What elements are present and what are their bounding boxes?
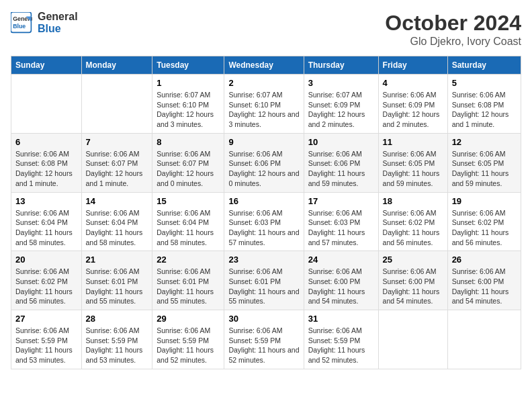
calendar-cell: 13Sunrise: 6:06 AM Sunset: 6:04 PM Dayli… <box>11 192 82 251</box>
day-number: 8 <box>157 137 220 147</box>
day-number: 12 <box>452 137 517 147</box>
header-sunday: Sunday <box>11 56 82 75</box>
calendar-cell: 27Sunrise: 6:06 AM Sunset: 5:59 PM Dayli… <box>11 310 82 369</box>
calendar-cell: 3Sunrise: 6:07 AM Sunset: 6:09 PM Daylig… <box>304 75 378 134</box>
calendar-table: SundayMondayTuesdayWednesdayThursdayFrid… <box>11 56 521 369</box>
week-row-4: 20Sunrise: 6:06 AM Sunset: 6:02 PM Dayli… <box>11 251 521 310</box>
day-info: Sunrise: 6:06 AM Sunset: 6:07 PM Dayligh… <box>86 149 148 189</box>
week-row-2: 6Sunrise: 6:06 AM Sunset: 6:08 PM Daylig… <box>11 133 521 192</box>
calendar-header-row: SundayMondayTuesdayWednesdayThursdayFrid… <box>11 56 521 75</box>
day-info: Sunrise: 6:06 AM Sunset: 6:03 PM Dayligh… <box>308 208 374 248</box>
calendar-cell: 11Sunrise: 6:06 AM Sunset: 6:05 PM Dayli… <box>378 133 447 192</box>
calendar-cell <box>447 310 521 369</box>
calendar-cell: 17Sunrise: 6:06 AM Sunset: 6:03 PM Dayli… <box>304 192 378 251</box>
calendar-cell: 23Sunrise: 6:06 AM Sunset: 6:01 PM Dayli… <box>224 251 304 310</box>
calendar-cell: 8Sunrise: 6:06 AM Sunset: 6:07 PM Daylig… <box>152 133 224 192</box>
day-number: 17 <box>308 196 374 206</box>
day-info: Sunrise: 6:06 AM Sunset: 6:01 PM Dayligh… <box>86 267 148 306</box>
calendar-cell: 16Sunrise: 6:06 AM Sunset: 6:03 PM Dayli… <box>224 192 304 251</box>
calendar-cell: 15Sunrise: 6:06 AM Sunset: 6:04 PM Dayli… <box>152 192 224 251</box>
calendar-cell: 4Sunrise: 6:06 AM Sunset: 6:09 PM Daylig… <box>378 75 447 134</box>
day-number: 13 <box>15 196 77 206</box>
day-info: Sunrise: 6:07 AM Sunset: 6:10 PM Dayligh… <box>157 90 220 130</box>
calendar-cell: 24Sunrise: 6:06 AM Sunset: 6:00 PM Dayli… <box>304 251 378 310</box>
day-info: Sunrise: 6:06 AM Sunset: 6:03 PM Dayligh… <box>228 208 299 248</box>
day-number: 9 <box>228 137 299 147</box>
day-info: Sunrise: 6:06 AM Sunset: 6:05 PM Dayligh… <box>452 149 517 189</box>
calendar-cell: 2Sunrise: 6:07 AM Sunset: 6:10 PM Daylig… <box>224 75 304 134</box>
header-wednesday: Wednesday <box>224 56 304 75</box>
calendar-cell: 9Sunrise: 6:06 AM Sunset: 6:06 PM Daylig… <box>224 133 304 192</box>
calendar-cell: 29Sunrise: 6:06 AM Sunset: 5:59 PM Dayli… <box>152 310 224 369</box>
day-info: Sunrise: 6:06 AM Sunset: 6:00 PM Dayligh… <box>383 267 443 306</box>
day-number: 18 <box>383 196 443 206</box>
calendar-cell: 14Sunrise: 6:06 AM Sunset: 6:04 PM Dayli… <box>81 192 152 251</box>
day-number: 15 <box>157 196 220 206</box>
logo-icon: General Blue <box>11 12 32 34</box>
header-friday: Friday <box>378 56 447 75</box>
day-info: Sunrise: 6:07 AM Sunset: 6:09 PM Dayligh… <box>308 90 374 130</box>
calendar-cell: 6Sunrise: 6:06 AM Sunset: 6:08 PM Daylig… <box>11 133 82 192</box>
day-info: Sunrise: 6:06 AM Sunset: 6:00 PM Dayligh… <box>308 267 374 306</box>
day-number: 23 <box>228 255 299 265</box>
day-number: 25 <box>383 255 443 265</box>
day-info: Sunrise: 6:06 AM Sunset: 5:59 PM Dayligh… <box>157 326 220 365</box>
day-info: Sunrise: 6:06 AM Sunset: 5:59 PM Dayligh… <box>308 326 374 365</box>
calendar-cell <box>378 310 447 369</box>
day-info: Sunrise: 6:07 AM Sunset: 6:10 PM Dayligh… <box>228 90 299 130</box>
day-info: Sunrise: 6:06 AM Sunset: 6:04 PM Dayligh… <box>86 208 148 248</box>
day-number: 4 <box>383 78 443 88</box>
calendar-cell: 1Sunrise: 6:07 AM Sunset: 6:10 PM Daylig… <box>152 75 224 134</box>
day-info: Sunrise: 6:06 AM Sunset: 6:02 PM Dayligh… <box>15 267 77 306</box>
calendar-subtitle: Glo Djekro, Ivory Coast <box>385 36 521 48</box>
header-thursday: Thursday <box>304 56 378 75</box>
day-number: 16 <box>228 196 299 206</box>
day-info: Sunrise: 6:06 AM Sunset: 6:08 PM Dayligh… <box>15 149 77 189</box>
calendar-cell: 10Sunrise: 6:06 AM Sunset: 6:06 PM Dayli… <box>304 133 378 192</box>
day-info: Sunrise: 6:06 AM Sunset: 6:06 PM Dayligh… <box>308 149 374 189</box>
day-number: 27 <box>15 314 77 324</box>
calendar-cell: 28Sunrise: 6:06 AM Sunset: 5:59 PM Dayli… <box>81 310 152 369</box>
calendar-cell: 18Sunrise: 6:06 AM Sunset: 6:02 PM Dayli… <box>378 192 447 251</box>
day-number: 6 <box>15 137 77 147</box>
day-number: 22 <box>157 255 220 265</box>
header-monday: Monday <box>81 56 152 75</box>
calendar-cell: 31Sunrise: 6:06 AM Sunset: 5:59 PM Dayli… <box>304 310 378 369</box>
week-row-5: 27Sunrise: 6:06 AM Sunset: 5:59 PM Dayli… <box>11 310 521 369</box>
day-number: 19 <box>452 196 517 206</box>
header-saturday: Saturday <box>447 56 521 75</box>
day-info: Sunrise: 6:06 AM Sunset: 6:07 PM Dayligh… <box>157 149 220 189</box>
day-number: 21 <box>86 255 148 265</box>
calendar-cell: 30Sunrise: 6:06 AM Sunset: 5:59 PM Dayli… <box>224 310 304 369</box>
logo-text-line2: Blue <box>38 23 78 35</box>
week-row-1: 1Sunrise: 6:07 AM Sunset: 6:10 PM Daylig… <box>11 75 521 134</box>
calendar-cell: 12Sunrise: 6:06 AM Sunset: 6:05 PM Dayli… <box>447 133 521 192</box>
day-info: Sunrise: 6:06 AM Sunset: 6:04 PM Dayligh… <box>15 208 77 248</box>
day-number: 1 <box>157 78 220 88</box>
day-info: Sunrise: 6:06 AM Sunset: 6:09 PM Dayligh… <box>383 90 443 130</box>
day-number: 7 <box>86 137 148 147</box>
day-number: 31 <box>308 314 374 324</box>
day-info: Sunrise: 6:06 AM Sunset: 6:06 PM Dayligh… <box>228 149 299 189</box>
day-number: 26 <box>452 255 517 265</box>
logo: General Blue General Blue <box>11 11 78 34</box>
header-tuesday: Tuesday <box>152 56 224 75</box>
calendar-cell: 19Sunrise: 6:06 AM Sunset: 6:02 PM Dayli… <box>447 192 521 251</box>
day-number: 24 <box>308 255 374 265</box>
calendar-cell <box>81 75 152 134</box>
title-block: October 2024 Glo Djekro, Ivory Coast <box>385 11 521 48</box>
calendar-cell: 5Sunrise: 6:06 AM Sunset: 6:08 PM Daylig… <box>447 75 521 134</box>
calendar-cell <box>11 75 82 134</box>
day-info: Sunrise: 6:06 AM Sunset: 5:59 PM Dayligh… <box>86 326 148 365</box>
day-number: 14 <box>86 196 148 206</box>
calendar-cell: 21Sunrise: 6:06 AM Sunset: 6:01 PM Dayli… <box>81 251 152 310</box>
day-number: 30 <box>228 314 299 324</box>
day-info: Sunrise: 6:06 AM Sunset: 6:01 PM Dayligh… <box>157 267 220 306</box>
day-info: Sunrise: 6:06 AM Sunset: 6:08 PM Dayligh… <box>452 90 517 130</box>
day-number: 20 <box>15 255 77 265</box>
day-info: Sunrise: 6:06 AM Sunset: 6:02 PM Dayligh… <box>452 208 517 248</box>
day-info: Sunrise: 6:06 AM Sunset: 6:05 PM Dayligh… <box>383 149 443 189</box>
calendar-title: October 2024 <box>385 11 521 36</box>
day-info: Sunrise: 6:06 AM Sunset: 5:59 PM Dayligh… <box>15 326 77 365</box>
day-info: Sunrise: 6:06 AM Sunset: 6:01 PM Dayligh… <box>228 267 299 306</box>
